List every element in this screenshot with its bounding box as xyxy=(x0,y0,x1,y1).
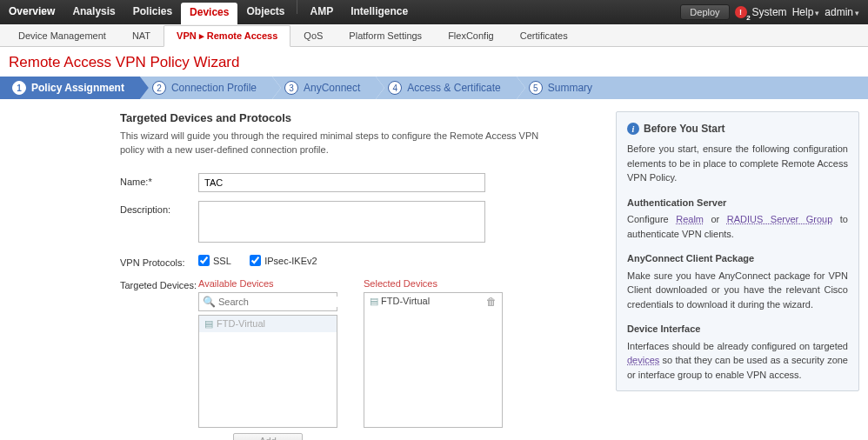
deploy-button[interactable]: Deploy xyxy=(680,4,729,20)
top-nav: Overview Analysis Policies Devices Objec… xyxy=(0,0,868,24)
divider xyxy=(297,0,297,14)
topnav-amp[interactable]: AMP xyxy=(301,0,342,24)
wizard-steps: 1Policy Assignment 2Connection Profile 3… xyxy=(0,77,868,99)
step-label: Access & Certificate xyxy=(407,82,500,94)
description-input[interactable] xyxy=(198,201,485,243)
section-title: Targeted Devices and Protocols xyxy=(120,111,598,124)
topnav-intelligence[interactable]: Intelligence xyxy=(342,0,417,24)
device-interface-heading: Device Interface xyxy=(627,322,848,337)
step-connection-profile[interactable]: 2Connection Profile xyxy=(140,77,272,99)
subtab-qos[interactable]: QoS xyxy=(290,25,336,46)
step-number: 3 xyxy=(284,81,298,95)
subtab-device-management[interactable]: Device Management xyxy=(5,25,119,46)
user-menu[interactable]: admin▾ xyxy=(825,6,859,18)
caret-down-icon: ▾ xyxy=(855,9,859,17)
step-policy-assignment[interactable]: 1Policy Assignment xyxy=(0,77,140,99)
list-item[interactable]: ▤ FTD-Virtual 🗑 xyxy=(364,293,502,310)
devices-link[interactable]: devices xyxy=(627,355,659,365)
list-item[interactable]: ▤ FTD-Virtual xyxy=(199,316,337,332)
available-devices-list[interactable]: ▤ FTD-Virtual xyxy=(198,315,337,428)
available-devices-title: Available Devices xyxy=(198,278,337,289)
auth-server-heading: Authentication Server xyxy=(627,196,848,210)
step-summary[interactable]: 5Summary xyxy=(517,77,608,99)
selected-devices-list[interactable]: ▤ FTD-Virtual 🗑 xyxy=(364,292,503,428)
page-title: Remote Access VPN Policy Wizard xyxy=(0,47,868,77)
available-search-input[interactable] xyxy=(218,297,338,307)
subtab-certificates[interactable]: Certificates xyxy=(507,25,581,46)
auth-server-text: Configure Realm or RADIUS Server Group t… xyxy=(627,212,848,241)
ssl-checkbox[interactable] xyxy=(198,255,210,266)
alert-icon[interactable]: !2 xyxy=(735,6,747,18)
main-form: Targeted Devices and Protocols This wiza… xyxy=(120,111,598,440)
sub-nav: Device Management NAT VPN ▸ Remote Acces… xyxy=(0,24,868,47)
subtab-flexconfig[interactable]: FlexConfig xyxy=(435,25,507,46)
alert-count: 2 xyxy=(746,14,750,22)
selected-devices-title: Selected Devices xyxy=(364,278,503,289)
add-button[interactable]: Add xyxy=(233,433,303,440)
subtab-vpn-remote-access[interactable]: VPN ▸ Remote Access xyxy=(164,25,290,47)
vpn-protocols-label: VPN Protocols: xyxy=(120,254,198,268)
step-anyconnect[interactable]: 3AnyConnect xyxy=(272,77,376,99)
before-you-start-panel: iBefore You Start Before you start, ensu… xyxy=(616,111,859,391)
intro-text: This wizard will guide you through the r… xyxy=(120,130,564,157)
step-number: 2 xyxy=(152,81,166,95)
topnav-overview[interactable]: Overview xyxy=(0,0,63,24)
ipsec-label: IPsec-IKEv2 xyxy=(264,256,317,266)
step-number: 5 xyxy=(529,81,543,95)
step-label: Summary xyxy=(548,82,592,94)
name-label: Name:* xyxy=(120,173,198,192)
targeted-devices-label: Targeted Devices: xyxy=(120,277,198,440)
info-icon: i xyxy=(627,123,639,135)
device-icon: ▤ xyxy=(204,318,213,330)
help-link[interactable]: Help▾ xyxy=(792,6,820,18)
ipsec-checkbox[interactable] xyxy=(250,255,261,266)
subtab-nat[interactable]: NAT xyxy=(119,25,164,46)
topnav-analysis[interactable]: Analysis xyxy=(63,0,124,24)
system-link[interactable]: System xyxy=(752,6,787,18)
text: Interfaces should be already configured … xyxy=(627,341,848,351)
text: so that they can be used as a security z… xyxy=(627,355,848,380)
step-number: 1 xyxy=(12,81,26,95)
realm-link[interactable]: Realm xyxy=(676,214,704,224)
caret-down-icon: ▾ xyxy=(815,9,819,17)
anyconnect-heading: AnyConnect Client Package xyxy=(627,251,848,266)
name-input[interactable] xyxy=(198,173,485,192)
anyconnect-text: Make sure you have AnyConnect package fo… xyxy=(627,269,848,312)
subtab-platform-settings[interactable]: Platform Settings xyxy=(336,25,435,46)
ssl-label: SSL xyxy=(213,256,231,266)
side-title: Before You Start xyxy=(644,121,725,137)
delete-icon[interactable]: 🗑 xyxy=(486,296,497,308)
list-item-label: FTD-Virtual xyxy=(381,296,430,306)
topnav-policies[interactable]: Policies xyxy=(124,0,181,24)
step-access-certificate[interactable]: 4Access & Certificate xyxy=(376,77,516,99)
device-interface-text: Interfaces should be already configured … xyxy=(627,339,848,383)
step-label: AnyConnect xyxy=(304,82,360,94)
step-label: Connection Profile xyxy=(171,82,257,94)
help-label: Help xyxy=(792,6,814,18)
description-label: Description: xyxy=(120,201,198,245)
step-number: 4 xyxy=(388,81,402,95)
topnav-objects[interactable]: Objects xyxy=(237,0,293,24)
radius-link[interactable]: RADIUS Server Group xyxy=(727,214,833,224)
available-search[interactable]: 🔍 xyxy=(198,292,337,311)
list-item-label: FTD-Virtual xyxy=(217,318,265,329)
device-icon: ▤ xyxy=(370,296,378,306)
side-intro: Before you start, ensure the following c… xyxy=(627,142,848,185)
topnav-devices[interactable]: Devices xyxy=(181,3,237,24)
text: Configure xyxy=(627,214,676,224)
user-label: admin xyxy=(825,6,853,18)
text: or xyxy=(704,214,727,224)
search-icon: 🔍 xyxy=(203,296,216,308)
step-label: Policy Assignment xyxy=(31,82,124,94)
